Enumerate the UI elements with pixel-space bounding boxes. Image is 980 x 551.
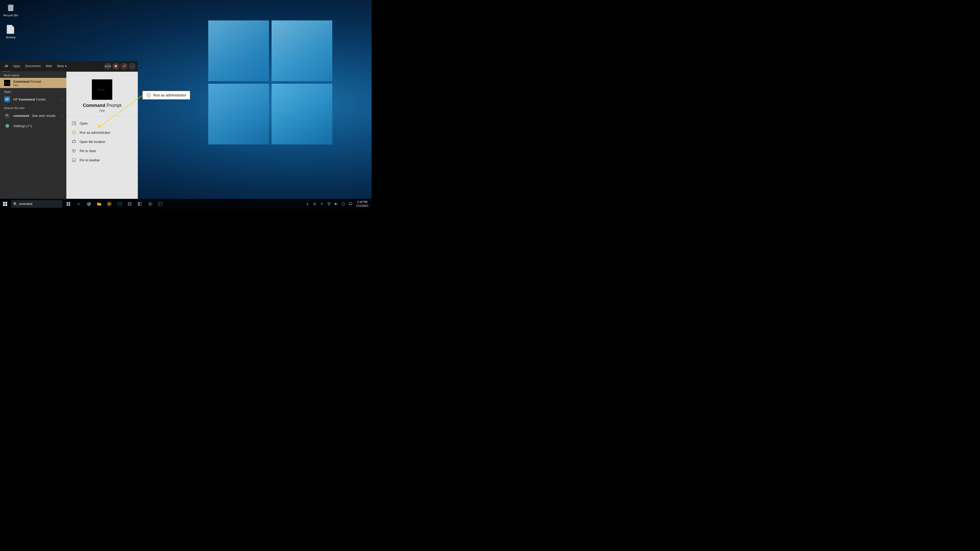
tab-all[interactable]: All: [2, 61, 11, 72]
search-tabs-right: 4479 🎯 📌 ···: [104, 63, 136, 70]
svg-rect-30: [130, 204, 131, 206]
result-cmd-app[interactable]: C:\ Command Prompt App: [0, 78, 66, 88]
ctx-open-label: Open: [80, 121, 88, 125]
svg-rect-9: [73, 141, 75, 143]
menu-right-pane: C:\>_ Command Prompt App: [66, 72, 138, 199]
tooltip-label: Run as administrator: [153, 93, 186, 97]
result-web-text: command - See web results: [13, 114, 61, 118]
apps-section-label: Apps: [0, 88, 66, 94]
svg-rect-29: [128, 204, 129, 206]
tab-documents[interactable]: Documents: [23, 61, 43, 72]
hidden-icons-button[interactable]: ∧: [304, 199, 311, 209]
svg-rect-32: [138, 202, 140, 206]
taskbar-search-text: command: [19, 202, 32, 206]
result-web-title: command - See web results: [13, 114, 61, 118]
open-icon: [72, 121, 76, 126]
menu-body: Best match C:\ Command Prompt App Apps H…: [0, 72, 138, 199]
tablet-mode-icon[interactable]: [340, 199, 347, 209]
tab-more[interactable]: More ▾: [55, 61, 69, 72]
menu-left-pane: Best match C:\ Command Prompt App Apps H…: [0, 72, 66, 199]
taskbar-sublime[interactable]: [104, 199, 115, 209]
result-hp-cmd[interactable]: HP HP Command Center ›: [0, 94, 66, 104]
hp-icon: HP: [3, 96, 11, 103]
desktop-icon-recycle-bin[interactable]: Recycle Bin: [2, 1, 20, 18]
windows-logo-bg: [208, 21, 341, 158]
dropbox-icon[interactable]: [318, 199, 325, 209]
svg-point-34: [149, 203, 151, 205]
svg-rect-16: [3, 204, 5, 206]
taskbar-app1[interactable]: [124, 199, 135, 209]
taskbar-chrome[interactable]: [84, 199, 94, 209]
ctx-open-location-label: Open file location: [80, 140, 105, 144]
ctx-open-location[interactable]: Open file location: [66, 137, 138, 146]
result-hp-title: HP Command Center: [13, 97, 61, 101]
start-button[interactable]: [0, 199, 10, 209]
taskbar-edge[interactable]: e: [73, 199, 84, 209]
svg-marker-25: [108, 203, 110, 205]
ctx-pin-taskbar[interactable]: Pin to taskbar: [66, 155, 138, 165]
svg-marker-38: [334, 203, 336, 205]
pin-icon[interactable]: 📌: [121, 63, 127, 70]
svg-rect-2: [10, 4, 12, 5]
desktop-file-icon: [5, 24, 16, 35]
taskbar-mail[interactable]: [115, 199, 124, 209]
right-app-type: App: [99, 109, 105, 112]
taskbar-explorer[interactable]: [94, 199, 104, 209]
pin-start-icon: [72, 148, 76, 153]
desktop: Recycle Bin desktop All Apps Documents W…: [0, 0, 372, 209]
ctx-open[interactable]: Open: [66, 119, 138, 128]
result-cmd-subtitle: App: [13, 83, 63, 86]
svg-rect-10: [73, 158, 76, 162]
result-settings[interactable]: ⚙️ Settings (7+): [0, 121, 66, 131]
more-options-icon[interactable]: ···: [129, 63, 136, 70]
run-admin-icon: [72, 130, 76, 135]
pin-taskbar-icon: [72, 158, 76, 162]
ctx-run-admin[interactable]: Run as administrator: [66, 128, 138, 137]
result-cmd-title: Command Prompt: [13, 80, 63, 83]
svg-rect-21: [68, 204, 70, 206]
edge-icon: e: [78, 202, 80, 206]
svg-rect-14: [3, 202, 5, 204]
hp-arrow-icon: ›: [62, 97, 63, 101]
context-menu-list: Open Run as administrator: [66, 117, 138, 167]
network-icon[interactable]: [311, 199, 318, 209]
right-app-info: C:\>_ Command Prompt App: [66, 72, 138, 117]
svg-rect-20: [67, 204, 68, 206]
best-match-label: Best match: [0, 72, 66, 78]
search-tabs-bar: All Apps Documents Web More ▾ 4479 🎯 📌 ·…: [0, 61, 138, 72]
svg-rect-18: [67, 202, 68, 204]
volume-icon[interactable]: [332, 199, 340, 209]
web-search-icon: 🔍: [3, 112, 11, 119]
ctx-pin-taskbar-label: Pin to taskbar: [80, 158, 100, 162]
svg-point-37: [329, 205, 329, 205]
tab-apps[interactable]: Apps: [11, 61, 22, 72]
svg-rect-39: [349, 202, 352, 205]
recycle-bin-label: Recycle Bin: [3, 14, 18, 17]
svg-rect-27: [128, 202, 129, 204]
taskbar-app3[interactable]: [155, 199, 165, 209]
taskbar-steam[interactable]: [145, 199, 155, 209]
desktop-icon-file[interactable]: desktop: [2, 23, 20, 40]
tooltip-callout: Run as administrator: [142, 91, 190, 100]
svg-rect-19: [68, 202, 70, 204]
taskbar-task-view[interactable]: [63, 199, 73, 209]
svg-rect-17: [5, 204, 7, 206]
system-clock[interactable]: 2:18 PM 1/12/2021: [354, 199, 371, 209]
taskbar-search-box[interactable]: 🔍 command: [11, 200, 62, 208]
notification-icon[interactable]: [347, 199, 354, 209]
result-web-search[interactable]: 🔍 command - See web results ›: [0, 110, 66, 121]
ctx-pin-start[interactable]: Pin to Start: [66, 146, 138, 155]
clock-date: 1/12/2021: [356, 204, 369, 208]
web-arrow-icon: ›: [62, 114, 63, 118]
cortana-icon[interactable]: 🎯: [112, 63, 119, 70]
search-badge-number[interactable]: 4479: [104, 63, 111, 70]
tab-web[interactable]: Web: [43, 61, 54, 72]
desktop-file-label: desktop: [6, 36, 16, 39]
svg-rect-35: [159, 202, 162, 206]
result-cmd-text: Command Prompt App: [13, 80, 63, 86]
taskbar-app2[interactable]: [135, 199, 145, 209]
cmd-icon-large: C:\>_: [92, 80, 112, 100]
taskbar-search-icon: 🔍: [13, 202, 18, 206]
wifi-icon[interactable]: [325, 199, 332, 209]
open-location-icon: [72, 139, 76, 144]
